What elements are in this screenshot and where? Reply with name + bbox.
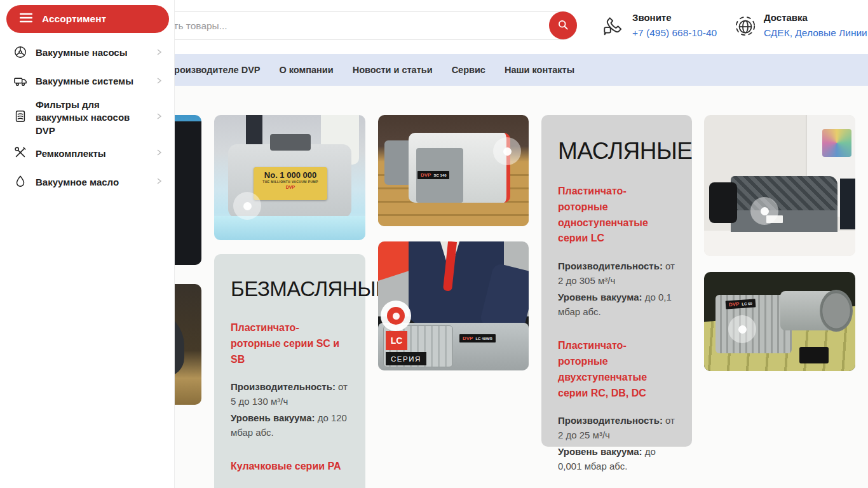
play-button[interactable] [381,301,411,331]
sidebar-item-label: Вакуумное масло [36,176,146,189]
filter-icon [13,109,27,126]
sidebar-item-label: Ремкомплекты [36,147,146,160]
spec-line: Уровень вакуума: до 0,1 мбар абс. [558,290,675,319]
series-link-sc-sb[interactable]: Пластинчато-роторные серии SC и SB [231,320,349,367]
phone-link[interactable]: +7 (495) 668-10-40 [632,27,717,39]
zoom-spot-icon[interactable] [728,315,756,343]
chevron-right-icon [154,76,163,88]
art [709,182,737,223]
sidebar-item-vacuum-oil[interactable]: Вакуумное масло [0,168,175,197]
truck-icon [13,74,27,90]
delivery-services-link[interactable]: СДЕК, Деловые Линии [764,27,867,39]
series-link-lc[interactable]: Пластинчато-роторные одноступенчатые сер… [558,184,675,247]
tools-icon [13,146,27,162]
call-label: Звоните [632,12,717,23]
spec-line: Производительность: от 5 до 130 м³/ч [231,380,349,409]
phone-icon [601,14,625,41]
sidebar-item-label: Вакуумные системы [36,75,146,88]
search-icon [557,18,569,33]
assortment-label: Ассортимент [42,13,106,25]
nav-item-news[interactable]: Новости и статьи [353,65,433,75]
series-link-rc-db-dc[interactable]: Пластинчато-роторные двухступенчатые сер… [558,338,675,401]
dvp-logo: DVP [421,172,431,178]
sidebar-menu: Вакуумные насосы Вакуумные системы [0,39,175,197]
video-thumb-lc-series[interactable]: DVP LC 40WR LC СЕРИЯ [378,241,529,370]
sidebar-item-label: Фильтры для вакуумных насосов DVP [36,98,146,137]
dvp-logo: DVP [286,185,295,189]
gold-plaque: No. 1 000 000 THE MILLIONTH VACUUM PUMP … [254,167,327,200]
call-block: Звоните +7 (495) 668-10-40 [632,12,717,39]
sidebar-item-filters[interactable]: Фильтры для вакуумных насосов DVP [0,96,175,140]
art [799,347,829,363]
art [840,179,855,229]
art [820,290,853,332]
card-title-oil-free: БЕЗМАСЛЯНЫЕ [231,277,349,301]
card-title-oil: МАСЛЯНЫЕ [558,138,675,165]
search-input[interactable] [136,11,577,40]
art [822,129,851,157]
chevron-right-icon [154,177,163,188]
hamburger-icon [20,13,32,25]
sidebar-item-vacuum-pumps[interactable]: Вакуумные насосы [0,39,175,67]
spec-line: Уровень вакуума: до 0,001 мбар абс. [558,445,675,473]
art [704,231,855,256]
lc40wr-label: DVP LC 40WR [459,334,496,342]
spec-line: Производительность: от 2 до 305 м³/ч [558,259,675,288]
photo-sc140-pump[interactable]: DVP SC 140 [378,115,529,226]
assortment-button[interactable]: Ассортимент [6,5,169,33]
zoom-spot-icon[interactable] [750,197,778,225]
dvp-logo: DVP [729,301,740,308]
photo-lc60-pump[interactable]: DVP LC 60 [704,272,855,371]
spec-line: Производительность: от 2 до 25 м³/ч [558,414,675,442]
chevron-right-icon [154,48,163,59]
oil-card: МАСЛЯНЫЕ Пластинчато-роторные одноступен… [541,115,692,447]
spec-line: Уровень вакуума: до 120 мбар абс. [231,411,349,440]
nav-item-service[interactable]: Сервис [452,65,485,75]
photo-millionth-pump[interactable]: No. 1 000 000 THE MILLIONTH VACUUM PUMP … [214,115,365,240]
art [731,176,837,213]
globe-icon [733,14,757,41]
zoom-spot-icon[interactable] [233,192,261,220]
delivery-label: Доставка [764,12,867,23]
search-button[interactable] [549,11,577,39]
dvp-logo: DVP [463,336,473,341]
plaque-caption: THE MILLIONTH VACUUM PUMP [254,180,327,184]
chevron-right-icon [154,112,163,123]
plaque-number: No. 1 000 000 [254,170,327,180]
oil-free-card: БЕЗМАСЛЯНЫЕ Пластинчато-роторные серии S… [214,254,365,488]
chevron-right-icon [154,148,163,159]
sc140-label: DVP SC 140 [417,171,449,179]
series-link-pa[interactable]: Кулачковые серии PA [231,459,349,475]
sidebar-item-label: Вакуумные насосы [36,46,146,59]
sidebar: Ассортимент Вакуумные насосы Вакуу [0,0,175,488]
nav-item-about-company[interactable]: О компании [280,65,334,75]
nav-item-contacts[interactable]: Наши контакты [505,65,574,75]
zoom-spot-icon[interactable] [493,137,521,165]
delivery-block: Доставка СДЕК, Деловые Линии [764,12,867,39]
play-icon [387,307,405,325]
sidebar-item-vacuum-systems[interactable]: Вакуумные системы [0,67,175,96]
art [270,134,311,151]
fan-icon [13,45,27,62]
lc-series-badge: LC [386,331,407,350]
photo-big-pump-expo[interactable] [704,115,855,256]
sidebar-item-repair-kits[interactable]: Ремкомплекты [0,140,175,168]
art [214,216,365,240]
droplet-icon [13,174,27,191]
art [731,210,837,232]
seriya-badge: СЕРИЯ [386,352,426,365]
